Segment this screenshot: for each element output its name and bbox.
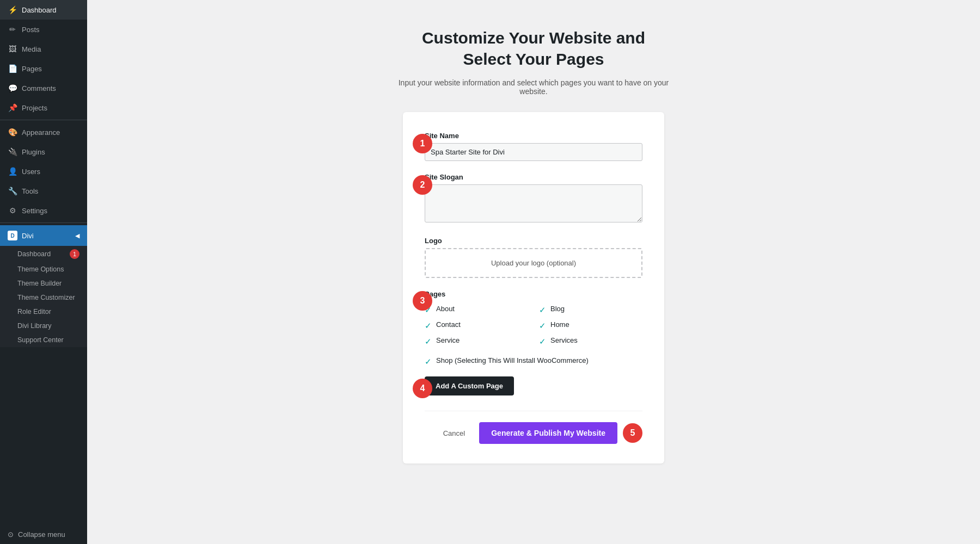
pages-section: 3 Pages ✓ About ✓ Blog ✓ Contact ✓ Home — [425, 290, 642, 367]
step-4-badge: 4 — [413, 379, 432, 398]
users-icon: 👤 — [8, 167, 17, 176]
sidebar-item-pages[interactable]: 📄 Pages — [0, 59, 87, 78]
logo-label: Logo — [425, 237, 642, 245]
submenu-item-theme-options[interactable]: Theme Options — [0, 262, 87, 276]
step-2-badge: 2 — [413, 175, 432, 195]
sidebar-item-projects[interactable]: 📌 Projects — [0, 98, 87, 118]
dashboard-badge: 1 — [70, 249, 79, 259]
divider — [0, 120, 87, 120]
sidebar-item-settings[interactable]: ⚙ Settings — [0, 201, 87, 220]
submenu-item-support-center[interactable]: Support Center — [0, 333, 87, 347]
step-1-badge: 1 — [413, 134, 432, 153]
page-label-services: Services — [550, 336, 578, 344]
page-service[interactable]: ✓ Service — [425, 336, 528, 347]
sidebar-item-tools[interactable]: 🔧 Tools — [0, 181, 87, 201]
pages-label: Pages — [425, 290, 642, 298]
page-title: Customize Your Website and Select Your P… — [422, 27, 645, 70]
submenu-item-theme-customizer[interactable]: Theme Customizer — [0, 290, 87, 305]
submenu-item-theme-builder[interactable]: Theme Builder — [0, 276, 87, 290]
site-slogan-input[interactable] — [425, 184, 642, 222]
cancel-button[interactable]: Cancel — [437, 425, 471, 442]
sidebar-item-plugins[interactable]: 🔌 Plugins — [0, 142, 87, 162]
posts-icon: ✏ — [8, 25, 17, 34]
page-label-about: About — [436, 305, 455, 313]
step-3-badge: 3 — [413, 291, 432, 311]
appearance-icon: 🎨 — [8, 128, 17, 137]
sidebar-item-comments[interactable]: 💬 Comments — [0, 78, 87, 98]
page-label-home: Home — [550, 320, 569, 329]
check-icon-shop: ✓ — [425, 357, 432, 367]
tools-icon: 🔧 — [8, 187, 17, 195]
page-label-contact: Contact — [436, 320, 461, 329]
page-contact[interactable]: ✓ Contact — [425, 320, 528, 331]
check-icon-service: ✓ — [425, 337, 432, 347]
add-custom-page-section: 4 Add A Custom Page — [425, 376, 642, 395]
sidebar-item-appearance[interactable]: 🎨 Appearance — [0, 122, 87, 142]
sidebar-item-users[interactable]: 👤 Users — [0, 162, 87, 181]
divider2 — [0, 222, 87, 223]
check-icon-services: ✓ — [539, 337, 546, 347]
submenu-item-dashboard[interactable]: Dashboard 1 — [0, 246, 87, 262]
site-slogan-label: Site Slogan — [425, 173, 642, 181]
divi-icon: D — [8, 231, 17, 240]
projects-icon: 📌 — [8, 103, 17, 112]
page-subtitle: Input your website information and selec… — [397, 78, 670, 96]
sidebar-item-posts[interactable]: ✏ Posts — [0, 20, 87, 39]
check-icon-blog: ✓ — [539, 305, 546, 315]
page-label-blog: Blog — [550, 305, 565, 313]
site-name-input[interactable] — [425, 143, 642, 161]
page-label-shop: Shop (Selecting This Will Install WooCom… — [436, 356, 589, 364]
collapse-menu-button[interactable]: ⊙ Collapse menu — [0, 525, 87, 544]
sidebar: ⚡ Dashboard ✏ Posts 🖼 Media 📄 Pages 💬 Co… — [0, 0, 87, 544]
page-services[interactable]: ✓ Services — [539, 336, 642, 347]
pages-grid: ✓ About ✓ Blog ✓ Contact ✓ Home ✓ Serv — [425, 305, 642, 347]
step-5-badge: 5 — [623, 423, 642, 443]
logo-upload-button[interactable]: Upload your logo (optional) — [425, 248, 642, 278]
page-label-service: Service — [436, 336, 460, 344]
add-custom-page-button[interactable]: Add A Custom Page — [425, 376, 514, 395]
dashboard-icon: ⚡ — [8, 5, 17, 14]
site-name-label: Site Name — [425, 132, 642, 140]
divi-submenu: Dashboard 1 Theme Options Theme Builder … — [0, 246, 87, 347]
media-icon: 🖼 — [8, 45, 17, 53]
plugins-icon: 🔌 — [8, 147, 17, 156]
submenu-item-divi-library[interactable]: Divi Library — [0, 319, 87, 333]
submenu-item-role-editor[interactable]: Role Editor — [0, 305, 87, 319]
page-blog[interactable]: ✓ Blog — [539, 305, 642, 315]
form-card: 1 Site Name 2 Site Slogan Logo Upload yo… — [403, 112, 664, 463]
check-icon-home: ✓ — [539, 321, 546, 331]
divi-arrow: ◀ — [75, 232, 79, 239]
comments-icon: 💬 — [8, 84, 17, 92]
pages-icon: 📄 — [8, 64, 17, 73]
sidebar-item-dashboard[interactable]: ⚡ Dashboard — [0, 0, 87, 20]
site-slogan-group: 2 Site Slogan — [425, 173, 642, 225]
check-icon-contact: ✓ — [425, 321, 432, 331]
publish-button[interactable]: Generate & Publish My Website — [479, 422, 617, 444]
logo-group: Logo Upload your logo (optional) — [425, 237, 642, 278]
site-name-group: 1 Site Name — [425, 132, 642, 161]
publish-section: Generate & Publish My Website 5 — [479, 422, 642, 444]
collapse-icon: ⊙ — [8, 530, 14, 539]
sidebar-item-divi[interactable]: D Divi ◀ — [0, 225, 87, 246]
page-about[interactable]: ✓ About — [425, 305, 528, 315]
sidebar-item-media[interactable]: 🖼 Media — [0, 39, 87, 59]
main-content: Customize Your Website and Select Your P… — [87, 0, 980, 544]
page-home[interactable]: ✓ Home — [539, 320, 642, 331]
form-footer: Cancel Generate & Publish My Website 5 — [425, 411, 642, 444]
page-shop[interactable]: ✓ Shop (Selecting This Will Install WooC… — [425, 356, 642, 367]
settings-icon: ⚙ — [8, 206, 17, 215]
